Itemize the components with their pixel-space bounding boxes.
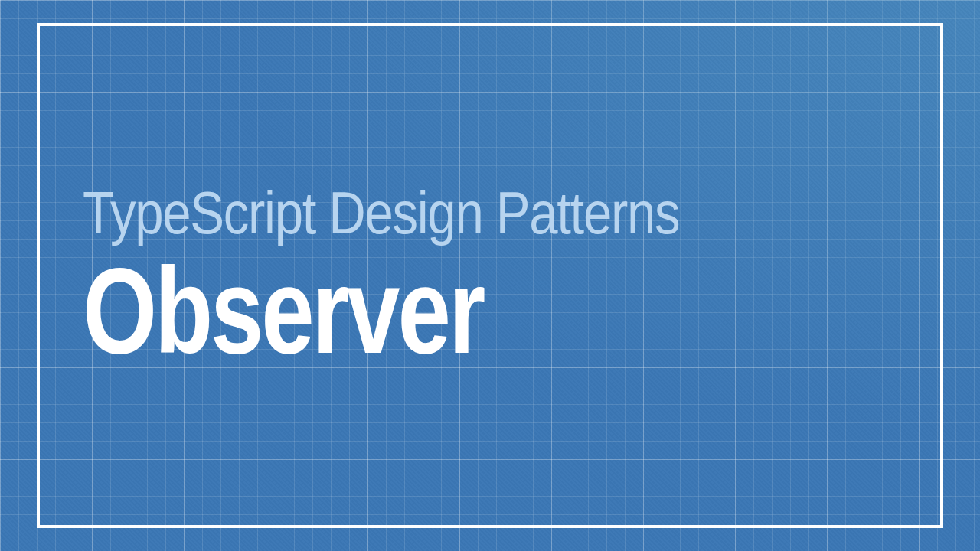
slide-title: Observer [83,253,718,369]
slide-subtitle: TypeScript Design Patterns [83,182,783,245]
slide-frame: TypeScript Design Patterns Observer [37,23,943,528]
